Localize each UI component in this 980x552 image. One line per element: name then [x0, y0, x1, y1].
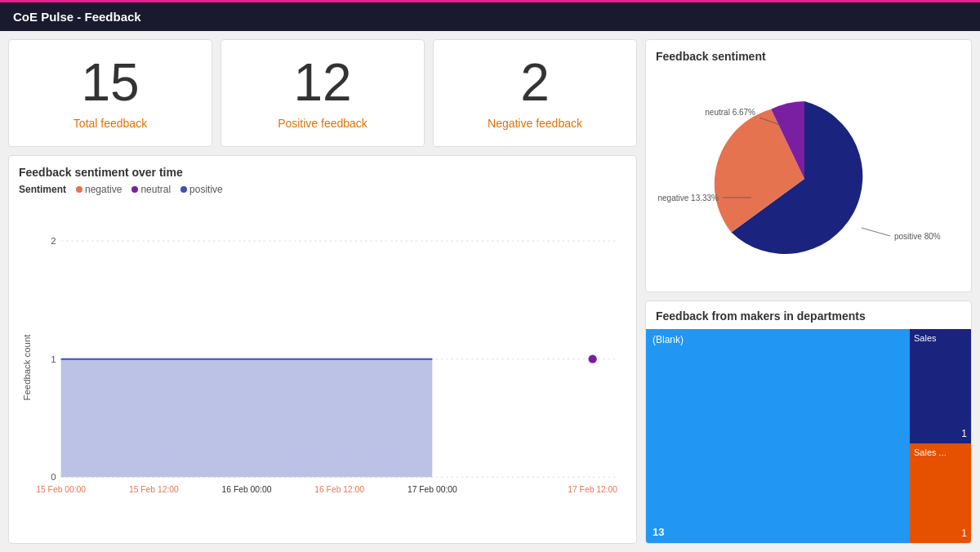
- x-label-1: 15 Feb 12:00: [129, 485, 179, 494]
- treemap-container: (Blank) 13 Sales 1 Sales ... 1: [646, 329, 971, 543]
- total-feedback-number: 15: [81, 56, 139, 109]
- total-feedback-label: Total feedback: [74, 117, 147, 130]
- time-series-title: Feedback sentiment over time: [19, 166, 626, 179]
- negative-feedback-number: 2: [520, 56, 550, 109]
- negative-dot: [76, 186, 82, 193]
- treemap-sales2-label: Sales ...: [914, 447, 947, 457]
- pie-chart-svg: negative 13.33% neutral 6.67% positive 8…: [678, 77, 939, 273]
- treemap-sales2: Sales ... 1: [910, 443, 971, 543]
- treemap-blank-count: 13: [653, 526, 664, 538]
- treemap-right-col: Sales 1 Sales ... 1: [910, 329, 971, 543]
- dept-panel: Feedback from makers in departments (Bla…: [645, 300, 972, 544]
- app-title: CoE Pulse - Feedback: [13, 10, 141, 24]
- x-label-4: 17 Feb 00:00: [408, 485, 457, 494]
- treemap-sales1-count: 1: [961, 428, 967, 439]
- legend-positive-label: positive: [189, 184, 223, 195]
- legend-label: Sentiment: [19, 184, 66, 195]
- time-series-svg: Feedback count 2 1 0: [19, 202, 626, 533]
- positive-pct-label: positive 80%: [894, 232, 941, 241]
- x-label-0: 15 Feb 00:00: [36, 485, 86, 494]
- positive-feedback-card: 12 Positive feedback: [220, 39, 425, 147]
- treemap-sales2-count: 1: [961, 528, 967, 539]
- neutral-dot-point: [589, 355, 597, 363]
- positive-feedback-label: Positive feedback: [278, 117, 368, 130]
- time-series-chart-area: Feedback count 2 1 0: [19, 202, 626, 533]
- total-feedback-card: 15 Total feedback: [8, 39, 212, 147]
- right-panel: Feedback sentiment: [645, 39, 972, 544]
- positive-label-line: [862, 228, 890, 236]
- y-label-0: 0: [51, 472, 56, 482]
- header-bar: CoE Pulse - Feedback: [0, 0, 980, 31]
- legend-neutral: neutral: [131, 184, 171, 195]
- legend-negative-label: negative: [85, 184, 122, 195]
- x-label-5: 17 Feb 12:00: [568, 485, 617, 494]
- time-series-panel: Feedback sentiment over time Sentiment n…: [8, 155, 637, 544]
- treemap-blank-label: (Blank): [653, 334, 684, 345]
- pie-container: negative 13.33% neutral 6.67% positive 8…: [656, 68, 961, 282]
- neutral-dot: [131, 186, 138, 193]
- y-axis-label: Feedback count: [22, 334, 32, 401]
- legend-neutral-label: neutral: [140, 184, 171, 195]
- negative-feedback-card: 2 Negative feedback: [433, 39, 637, 147]
- negative-feedback-label: Negative feedback: [488, 117, 582, 130]
- y-label-2: 2: [51, 236, 56, 246]
- legend: Sentiment negative neutral positive: [19, 184, 626, 195]
- positive-feedback-number: 12: [293, 56, 351, 109]
- negative-pct-label: negative 13.33%: [657, 194, 719, 203]
- positive-dot: [180, 186, 187, 193]
- treemap-blank-item: (Blank) 13: [646, 329, 910, 543]
- stat-cards-row: 15 Total feedback 12 Positive feedback 2…: [8, 39, 637, 147]
- positive-area: [61, 359, 433, 478]
- dept-title: Feedback from makers in departments: [646, 301, 971, 329]
- sentiment-title: Feedback sentiment: [656, 50, 961, 63]
- treemap-sales1-label: Sales: [914, 333, 937, 343]
- treemap-sales1: Sales 1: [910, 329, 971, 443]
- neutral-pct-label: neutral 6.67%: [705, 108, 755, 117]
- legend-negative: negative: [76, 184, 122, 195]
- main-content: 15 Total feedback 12 Positive feedback 2…: [0, 31, 980, 552]
- left-panel: 15 Total feedback 12 Positive feedback 2…: [8, 39, 637, 544]
- sentiment-panel: Feedback sentiment: [645, 39, 972, 292]
- x-label-2: 16 Feb 00:00: [222, 485, 272, 494]
- legend-positive: positive: [180, 184, 223, 195]
- x-label-3: 16 Feb 12:00: [314, 485, 364, 494]
- y-label-1: 1: [51, 354, 56, 364]
